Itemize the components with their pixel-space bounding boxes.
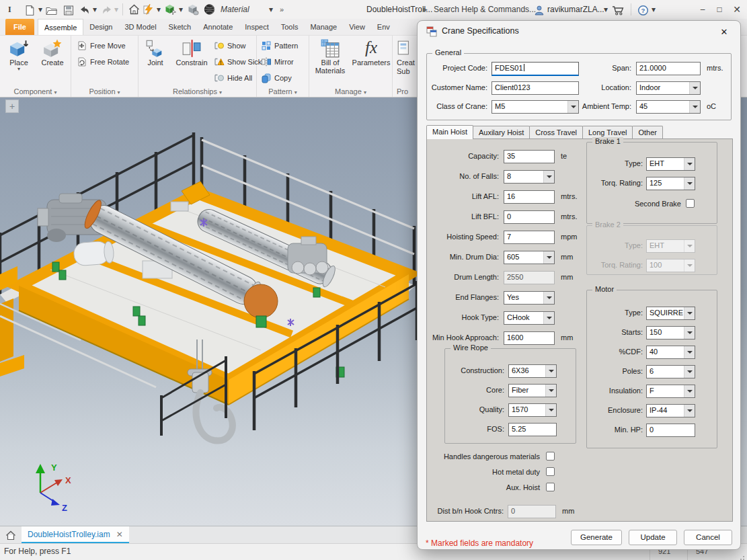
dialog-close-button[interactable]: ✕	[717, 26, 731, 39]
combo-class-of-crane[interactable]: M5	[492, 100, 579, 114]
ribbon-tab-file[interactable]: File	[5, 19, 34, 35]
combo-starts[interactable]: 150	[646, 326, 695, 339]
store-cart-icon[interactable]	[612, 4, 625, 15]
bolt-dropdown-icon[interactable]: ▾	[157, 0, 161, 19]
combo-type[interactable]: EHT	[646, 157, 695, 171]
dialog-tab-auxilary-hoist[interactable]: Auxilary Hoist	[473, 126, 530, 139]
material-dropdown-icon[interactable]: ▾	[179, 0, 183, 19]
create-button[interactable]: Create	[36, 38, 69, 81]
panel-label-relationships[interactable]: Relationships ▾	[139, 87, 256, 95]
input-project-code[interactable]: FDES01	[492, 62, 579, 76]
document-tab-active[interactable]: DoubleHoistTrolley.iam ✕	[22, 526, 129, 544]
ribbon-tab-design[interactable]: Design	[83, 19, 118, 35]
hoist-motor-left[interactable]	[73, 241, 114, 266]
combo-enclosure[interactable]: IP-44	[646, 404, 695, 417]
close-document-icon[interactable]: ✕	[116, 530, 123, 539]
undo-icon[interactable]	[79, 4, 91, 15]
ribbon-tab-3d-model[interactable]: 3D Model	[119, 19, 163, 35]
parameters-button[interactable]: fx Parameters	[351, 38, 391, 81]
dropdown-arrow-icon[interactable]	[684, 366, 695, 378]
material-style-combo[interactable]: Material	[221, 0, 249, 19]
create-substitutes-button-clipped[interactable]: Creat Sub	[394, 38, 418, 81]
checkbox-second-brake[interactable]	[686, 199, 695, 208]
ribbon-tab-sketch[interactable]: Sketch	[163, 19, 198, 35]
material-combo-arrow-icon[interactable]: ▾	[269, 0, 273, 19]
update-button[interactable]: Update	[629, 530, 677, 545]
dropdown-arrow-icon[interactable]	[689, 101, 700, 113]
material-assign-icon[interactable]	[164, 3, 177, 15]
home-tab-icon[interactable]	[3, 528, 19, 543]
free-rotate-button[interactable]: Free Rotate	[77, 54, 129, 69]
combo-torq-rating[interactable]: 125	[646, 177, 695, 190]
show-button[interactable]: Show	[214, 38, 246, 53]
ribbon-tab-view[interactable]: View	[343, 19, 371, 35]
combo-location[interactable]: Indoor	[636, 81, 701, 95]
panel-label-productivity-clipped[interactable]: Pro	[393, 87, 418, 95]
new-file-icon[interactable]	[24, 4, 36, 15]
dropdown-arrow-icon[interactable]	[684, 346, 695, 358]
bill-of-materials-button[interactable]: Bill of Materials	[311, 38, 350, 81]
undo-dropdown-icon[interactable]: ▾	[93, 0, 97, 19]
ribbon-tab-manage[interactable]: Manage	[304, 19, 343, 35]
save-icon[interactable]	[63, 4, 74, 15]
combo-poles[interactable]: 6	[646, 365, 695, 378]
ribbon-tab-env[interactable]: Env	[371, 19, 396, 35]
panel-label-pattern[interactable]: Pattern ▾	[257, 87, 309, 95]
input-customer-name[interactable]: Client0123	[492, 81, 579, 95]
dropdown-arrow-icon[interactable]	[684, 385, 695, 397]
home-view-icon[interactable]	[128, 3, 141, 15]
hide-all-button[interactable]: Hide All	[214, 71, 252, 85]
appearance-sphere-icon[interactable]	[203, 3, 216, 15]
open-file-icon[interactable]	[46, 4, 58, 15]
ribbon-tab-assemble[interactable]: Assemble	[38, 19, 83, 35]
minimize-button[interactable]: –	[695, 0, 710, 19]
browser-expand-button[interactable]: +	[5, 99, 19, 113]
combo-insulation[interactable]: F	[646, 385, 695, 398]
ilogic-bolt-icon[interactable]	[143, 3, 155, 15]
maximize-button[interactable]: □	[712, 0, 727, 19]
dialog-tab-main-hoist[interactable]: Main Hoist	[426, 125, 473, 139]
new-file-dropdown-icon[interactable]: ▾	[38, 0, 42, 19]
joint-button[interactable]: Joint	[140, 38, 171, 81]
constrain-button[interactable]: Constrain	[171, 38, 212, 81]
dropdown-arrow-icon[interactable]	[684, 327, 695, 339]
combo-type[interactable]: SQUIRREL	[646, 307, 695, 320]
motor-green-center[interactable]	[256, 316, 266, 327]
resize-grip[interactable]	[743, 556, 744, 557]
help-icon[interactable]: ?	[637, 4, 649, 15]
deck-small-box[interactable]	[171, 202, 188, 211]
pattern-button[interactable]: Pattern	[261, 38, 298, 53]
user-account-menu[interactable]: ravikumarZLA...	[547, 0, 604, 19]
appearance-adjust-icon[interactable]	[187, 3, 200, 15]
dialog-tab-cross-travel[interactable]: Cross Travel	[529, 126, 583, 139]
dropdown-arrow-icon[interactable]	[684, 158, 695, 170]
free-move-button[interactable]: Free Move	[77, 38, 126, 53]
copy-button[interactable]: Copy	[261, 71, 292, 85]
dropdown-arrow-icon[interactable]	[689, 82, 700, 94]
ribbon-tab-tools[interactable]: Tools	[275, 19, 305, 35]
show-sick-button[interactable]: Show Sick	[214, 54, 262, 69]
ribbon-tab-annotate[interactable]: Annotate	[197, 19, 239, 35]
mirror-button[interactable]: Mirror	[261, 54, 294, 69]
rope-guide-disc[interactable]	[244, 284, 278, 318]
dropdown-arrow-icon[interactable]	[684, 177, 695, 190]
combo-ambient-temp[interactable]: 45	[636, 100, 701, 114]
dialog-tab-other[interactable]: Other	[632, 126, 663, 139]
place-button[interactable]: Place ▾	[3, 38, 35, 81]
input-min-hp[interactable]: 0	[646, 424, 695, 437]
dropdown-arrow-icon[interactable]	[684, 405, 695, 417]
help-dropdown-icon[interactable]: ▾	[652, 0, 656, 19]
dropdown-arrow-icon[interactable]	[684, 307, 695, 319]
user-menu-arrow-icon[interactable]: ▾	[604, 0, 608, 19]
search-help-box[interactable]: Search Help & Commands...	[434, 0, 536, 19]
close-window-button[interactable]: ✕	[730, 0, 744, 19]
toolbar-overflow-icon[interactable]: »	[280, 0, 284, 19]
panel-label-manage[interactable]: Manage ▾	[309, 87, 392, 95]
input-span[interactable]: 21.0000	[636, 62, 701, 75]
search-expand-icon[interactable]: ▶	[423, 0, 428, 19]
panel-label-component[interactable]: Component ▾	[0, 87, 71, 95]
combo-cdf[interactable]: 40	[646, 346, 695, 359]
generate-button[interactable]: Generate	[571, 530, 622, 545]
cancel-button[interactable]: Cancel	[684, 530, 732, 545]
panel-label-position[interactable]: Position ▾	[71, 87, 138, 95]
